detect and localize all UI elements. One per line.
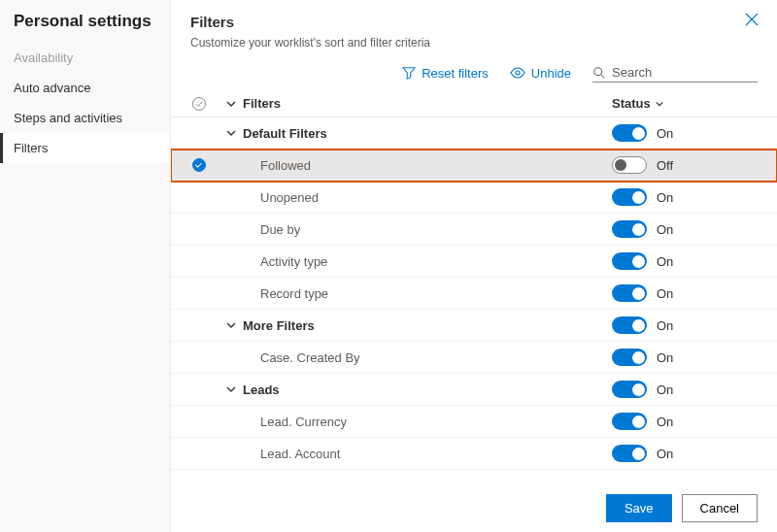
main-panel: Filters Customize your worklist's sort a…: [171, 0, 777, 532]
eye-icon: [510, 66, 525, 80]
status-toggle[interactable]: [612, 445, 647, 462]
save-button[interactable]: Save: [606, 494, 672, 522]
status-toggle[interactable]: [612, 284, 647, 302]
row-label: Activity type: [243, 254, 327, 269]
status-cell: On: [612, 413, 758, 430]
unhide-button[interactable]: Unhide: [510, 66, 571, 81]
filter-icon: [402, 66, 416, 80]
filter-item-case-created-by[interactable]: Case. Created ByOn: [171, 342, 777, 374]
row-label: Record type: [243, 286, 328, 301]
toolbar: Reset filters Unhide Search: [171, 53, 777, 90]
row-caret[interactable]: [220, 127, 243, 139]
page-title: Filters: [190, 14, 758, 30]
sidebar: Personal settings AvailabilityAuto advan…: [0, 0, 171, 532]
chevron-down-icon: [225, 98, 237, 110]
close-button[interactable]: [744, 12, 760, 27]
status-label: On: [657, 415, 673, 429]
status-label: On: [657, 190, 673, 205]
status-label: On: [657, 126, 673, 141]
status-cell: On: [612, 381, 758, 398]
row-label: Unopened: [243, 190, 319, 205]
row-label: More Filters: [243, 318, 315, 333]
sidebar-item-availability: Availability: [0, 43, 170, 73]
cancel-button[interactable]: Cancel: [682, 494, 758, 522]
status-cell: On: [612, 349, 758, 366]
rows-container: Default FiltersOnFollowedOffUnopenedOnDu…: [171, 117, 777, 532]
filter-item-unopened[interactable]: UnopenedOn: [171, 182, 777, 214]
filter-item-lead-currency[interactable]: Lead. CurrencyOn: [171, 406, 777, 438]
row-caret[interactable]: [220, 383, 243, 395]
column-header-filters[interactable]: Filters: [243, 96, 612, 111]
filter-item-followed[interactable]: FollowedOff: [171, 150, 777, 182]
svg-point-1: [594, 67, 602, 75]
status-toggle[interactable]: [612, 156, 647, 174]
filter-item-record-type[interactable]: Record typeOn: [171, 278, 777, 310]
row-label: Default Filters: [243, 126, 327, 141]
status-cell: On: [612, 445, 758, 462]
chevron-down-icon: [225, 383, 237, 395]
status-cell: On: [612, 124, 758, 142]
status-toggle[interactable]: [612, 381, 647, 398]
status-cell: Off: [612, 156, 758, 174]
filter-item-lead-account[interactable]: Lead. AccountOn: [171, 438, 777, 470]
chevron-down-icon: [225, 319, 237, 331]
reset-filters-button[interactable]: Reset filters: [402, 66, 489, 81]
filter-item-due-by[interactable]: Due byOn: [171, 214, 777, 246]
filter-group-leads[interactable]: LeadsOn: [171, 374, 777, 406]
chevron-down-icon: [655, 99, 664, 109]
status-label: On: [657, 447, 673, 461]
expand-all-button[interactable]: [220, 98, 243, 110]
status-label: On: [657, 382, 673, 397]
filter-group-default-filters[interactable]: Default FiltersOn: [171, 117, 777, 150]
status-toggle[interactable]: [612, 220, 647, 238]
row-label: Leads: [243, 382, 280, 397]
sidebar-title: Personal settings: [0, 12, 170, 43]
filter-item-activity-type[interactable]: Activity typeOn: [171, 246, 777, 278]
sidebar-item-auto-advance[interactable]: Auto advance: [0, 73, 170, 103]
row-label: Lead. Account: [243, 447, 340, 461]
search-input[interactable]: Search: [592, 63, 758, 83]
chevron-down-icon: [225, 127, 237, 139]
close-icon: [744, 12, 760, 27]
row-caret[interactable]: [220, 319, 243, 331]
status-label: On: [657, 254, 673, 269]
status-label: On: [657, 222, 673, 237]
check-icon: [192, 158, 206, 172]
row-label: Case. Created By: [243, 350, 360, 365]
status-label: On: [657, 350, 673, 365]
status-label: On: [657, 286, 673, 301]
status-toggle[interactable]: [612, 124, 647, 142]
unhide-label: Unhide: [531, 66, 571, 81]
svg-point-0: [516, 71, 520, 75]
status-cell: On: [612, 316, 758, 334]
status-cell: On: [612, 284, 758, 302]
status-toggle[interactable]: [612, 188, 647, 206]
search-placeholder: Search: [612, 65, 652, 80]
status-toggle[interactable]: [612, 252, 647, 270]
reset-filters-label: Reset filters: [422, 66, 489, 81]
sidebar-item-filters[interactable]: Filters: [0, 133, 170, 163]
status-cell: On: [612, 220, 758, 238]
status-toggle[interactable]: [612, 316, 647, 334]
footer: Save Cancel: [171, 484, 777, 532]
header: Filters Customize your worklist's sort a…: [171, 0, 777, 53]
row-label: Lead. Currency: [243, 415, 347, 429]
row-label: Due by: [243, 222, 300, 237]
column-header-status[interactable]: Status: [612, 96, 758, 111]
select-all-checkbox[interactable]: [192, 97, 220, 111]
search-icon: [592, 66, 606, 80]
check-icon: [192, 97, 206, 111]
row-checkbox[interactable]: [192, 158, 220, 172]
status-label: Off: [657, 158, 673, 173]
status-cell: On: [612, 252, 758, 270]
filter-group-more-filters[interactable]: More FiltersOn: [171, 310, 777, 342]
status-label: On: [657, 318, 673, 333]
status-toggle[interactable]: [612, 349, 647, 366]
page-subtitle: Customize your worklist's sort and filte…: [190, 36, 758, 50]
table-header: Filters Status: [171, 90, 777, 117]
sidebar-item-steps-and-activities[interactable]: Steps and activities: [0, 103, 170, 133]
status-cell: On: [612, 188, 758, 206]
row-label: Followed: [243, 158, 311, 173]
status-toggle[interactable]: [612, 413, 647, 430]
